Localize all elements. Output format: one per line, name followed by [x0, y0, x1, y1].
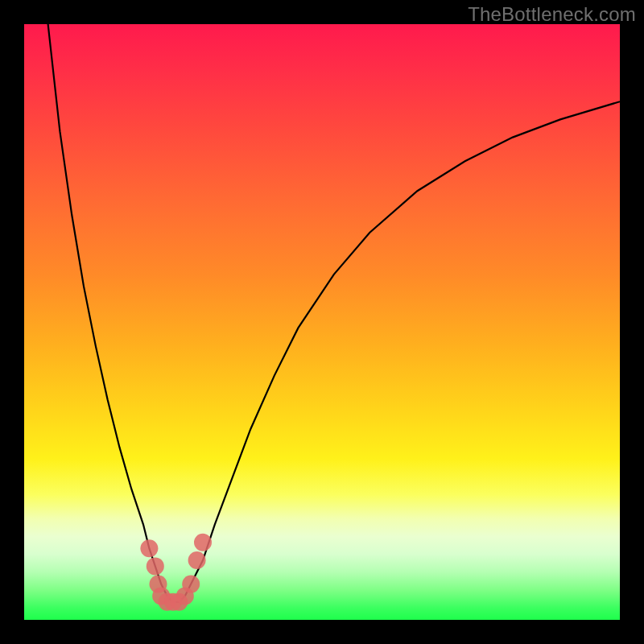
marker-group	[140, 534, 212, 611]
curve-marker	[140, 539, 158, 557]
curve-marker	[147, 557, 164, 575]
curve-marker	[182, 576, 200, 593]
curve-marker	[194, 534, 212, 551]
chart-frame: TheBottleneck.com	[0, 0, 644, 644]
curve-markers	[24, 24, 620, 620]
watermark-text: TheBottleneck.com	[468, 3, 636, 26]
plot-area	[24, 24, 620, 620]
curve-marker	[188, 551, 206, 569]
